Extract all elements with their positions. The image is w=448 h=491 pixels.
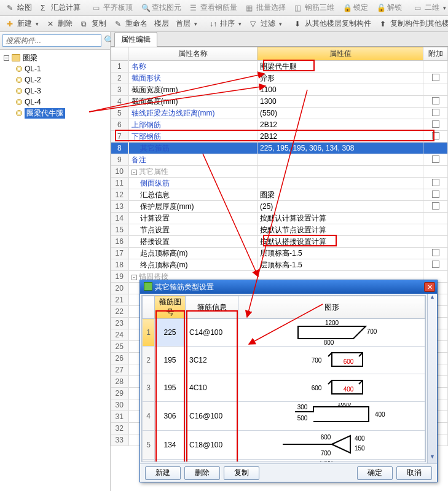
checkbox-icon[interactable] [432, 249, 439, 256]
prop-value[interactable]: 按默认计算设置计算 [257, 213, 423, 224]
dialog-scrollbar[interactable]: ▲ ▼ [427, 294, 437, 463]
dlg-row-3[interactable]: 31954C10600400 [143, 374, 425, 402]
tree-item-QL-3[interactable]: QL-3 [1, 85, 109, 96]
checkbox-icon[interactable] [432, 132, 439, 139]
prop-value[interactable]: 225, 195, 195, 306, 134, 308 [257, 143, 423, 154]
tb-lock[interactable]: 🔒锁定 [339, 1, 372, 15]
tb-batchsel[interactable]: ▦批量选择 [242, 1, 290, 15]
tb-draw[interactable]: ✎绘图 [2, 1, 36, 15]
tb-unlock[interactable]: 🔓解锁 [372, 1, 406, 15]
dlg-row-info[interactable]: 4C10 [186, 374, 238, 402]
prop-add[interactable] [423, 213, 448, 224]
dlg-new-button[interactable]: 新建 [145, 466, 181, 480]
dlg-row-6[interactable]: 6308C16@1505001200400250250300 [143, 460, 425, 463]
prop-add[interactable] [423, 143, 448, 154]
dlg-row-num[interactable]: 306 [155, 402, 186, 431]
checkbox-icon[interactable] [432, 202, 439, 210]
component-tree[interactable]: −圈梁QL-1QL-2QL-3QL-4圈梁代牛腿 [0, 50, 110, 491]
prop-value[interactable] [257, 178, 423, 189]
prop-add[interactable] [423, 259, 448, 271]
prop-add[interactable] [423, 108, 448, 119]
prop-value[interactable]: 层顶标高-1.5 [257, 248, 423, 259]
prop-value[interactable] [257, 154, 423, 166]
checkbox-icon[interactable] [432, 179, 439, 186]
prop-row-11[interactable]: 11侧面纵筋 [111, 178, 448, 189]
dlg-cancel-button[interactable]: 取消 [396, 466, 432, 480]
dlg-copy-button[interactable]: 复制 [224, 466, 259, 480]
prop-row-12[interactable]: 12汇总信息圈梁 [111, 189, 448, 201]
dlg-row-1[interactable]: 1225C14@1001200700800 [143, 319, 425, 347]
dlg-row-num[interactable]: 308 [155, 460, 186, 463]
prop-add[interactable] [423, 96, 448, 108]
prop-row-1[interactable]: 1名称圈梁代牛腿 [111, 61, 448, 73]
prop-value[interactable]: 圈梁代牛腿 [257, 61, 423, 73]
tb-2d[interactable]: ▭二维 [410, 1, 448, 15]
dlg-ok-button[interactable]: 确定 [357, 466, 393, 480]
dlg-row-num[interactable]: 195 [155, 347, 186, 374]
tb-new[interactable]: ✚新建 [2, 17, 43, 31]
prop-add[interactable] [423, 166, 448, 178]
dialog-grid[interactable]: 箍筋图号 箍筋信息 图形 1225C14@100120070080021953C… [141, 295, 426, 462]
checkbox-icon[interactable] [432, 109, 439, 116]
prop-row-6[interactable]: 6上部钢筋2B12 [111, 119, 448, 131]
prop-value[interactable] [257, 166, 423, 178]
tb-sort[interactable]: ↓↑排序 [205, 17, 246, 31]
dlg-row-4[interactable]: 4306C16@1003005001600400 [143, 402, 425, 431]
dlg-row-info[interactable]: 3C12 [186, 347, 238, 374]
dlg-delete-button[interactable]: 删除 [184, 466, 220, 480]
search-input[interactable] [2, 34, 101, 47]
checkbox-icon[interactable] [432, 97, 439, 104]
dlg-row-info[interactable]: C18@100 [186, 431, 238, 460]
prop-row-8[interactable]: 8其它箍筋225, 195, 195, 306, 134, 308 [111, 143, 448, 154]
checkbox-icon[interactable] [432, 191, 439, 198]
prop-add[interactable] [423, 131, 448, 143]
checkbox-icon[interactable] [432, 261, 439, 268]
tb-delete[interactable]: ✕删除 [43, 17, 77, 31]
dlg-row-info[interactable]: C14@100 [186, 319, 238, 347]
dlg-row-2[interactable]: 21953C12700600 [143, 347, 425, 374]
prop-add[interactable] [423, 61, 448, 73]
prop-row-3[interactable]: 3截面宽度(mm)1100 [111, 84, 448, 96]
prop-value[interactable]: 2B12 [257, 119, 423, 131]
checkbox-icon[interactable] [432, 155, 439, 163]
tb-sumcalc[interactable]: Σ汇总计算 [36, 1, 85, 15]
prop-add[interactable] [423, 178, 448, 189]
checkbox-icon[interactable] [432, 120, 439, 128]
prop-value[interactable]: (550) [257, 108, 423, 119]
prop-add[interactable] [423, 154, 448, 166]
prop-add[interactable] [423, 201, 448, 213]
tree-item-QL-2[interactable]: QL-2 [1, 74, 109, 85]
tree-root[interactable]: −圈梁 [1, 52, 109, 63]
dlg-row-num[interactable]: 225 [155, 319, 186, 347]
dialog-close-button[interactable]: ✕ [424, 282, 435, 292]
tab-property-edit[interactable]: 属性编辑 [114, 32, 157, 47]
prop-value[interactable]: 层顶标高-1.5 [257, 259, 423, 271]
tree-item-QL-4[interactable]: QL-4 [1, 96, 109, 108]
floor-select[interactable]: 首层 [171, 17, 202, 31]
tb-viewrebar[interactable]: ☰查看钢筋量 [186, 1, 242, 15]
tb-copytoother[interactable]: ⬆复制构件到其他楼层 [375, 17, 448, 31]
tb-copy[interactable]: ⧉复制 [77, 17, 111, 31]
prop-value[interactable]: (25) [257, 201, 423, 213]
dlg-row-num[interactable]: 195 [155, 374, 186, 402]
prop-add[interactable] [423, 236, 448, 248]
prop-row-16[interactable]: 16搭接设置按默认搭接设置计算 [111, 236, 448, 248]
dlg-row-num[interactable]: 134 [155, 431, 186, 460]
prop-row-18[interactable]: 18终点顶标高(m)层顶标高-1.5 [111, 259, 448, 271]
prop-value[interactable]: 按默认搭接设置计算 [257, 236, 423, 248]
tb-rebar3d[interactable]: ◫钢筋三维 [290, 1, 339, 15]
prop-row-2[interactable]: 2截面形状异形 [111, 73, 448, 84]
tree-item-QL-1[interactable]: QL-1 [1, 63, 109, 74]
prop-add[interactable] [423, 73, 448, 84]
prop-value[interactable]: 2B12 [257, 131, 423, 143]
prop-row-4[interactable]: 4截面高度(mm)1300 [111, 96, 448, 108]
prop-add[interactable] [423, 248, 448, 259]
prop-add[interactable] [423, 224, 448, 236]
dlg-row-5[interactable]: 5134C18@100600400150700 [143, 431, 425, 460]
tb-findent[interactable]: 🔍查找图元 [137, 1, 186, 15]
prop-add[interactable] [423, 84, 448, 96]
prop-value[interactable]: 异形 [257, 73, 423, 84]
prop-add[interactable] [423, 189, 448, 201]
prop-row-5[interactable]: 5轴线距梁左边线距离(mm)(550) [111, 108, 448, 119]
tb-copyfromother[interactable]: ⬇从其他楼层复制构件 [290, 17, 375, 31]
